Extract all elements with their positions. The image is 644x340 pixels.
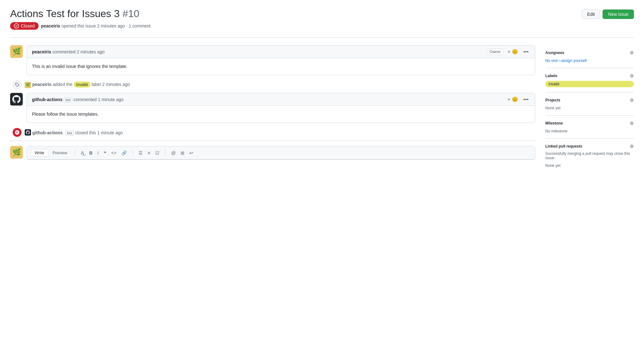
invalid-label-sidebar: invalid [545,81,634,87]
link-button[interactable]: 🔗 [120,150,129,156]
add-reaction-button-0[interactable]: + 😊 [506,48,519,55]
code-button[interactable]: <> [109,150,118,156]
bullet-list-button[interactable]: ☰ [137,150,145,156]
mention-button[interactable]: @ [169,150,177,156]
avatar-reply: 🌿 [10,146,23,159]
bold-button[interactable]: B [87,150,94,156]
activity-close-text: github-actions bot closed this 1 minute … [25,129,123,136]
assignees-gear-icon[interactable]: ⚙ [630,50,634,55]
label-icon [13,80,22,89]
more-options-button-0[interactable]: ••• [522,48,530,55]
projects-value: None yet [545,106,560,110]
sidebar-labels: Labels ⚙ invalid [545,68,634,93]
timeline: 🌿 peaceiris commented 2 minutes ago Owne… [10,45,535,160]
linked-prs-gear-icon[interactable]: ⚙ [630,144,634,149]
bot-badge-close: bot [65,131,74,136]
timeline-divider [10,141,535,141]
reply-toolbar: Write Preview A͟ B i ❝ <> 🔗 ☰ ≡ ☑ [27,146,535,160]
header-buttons: Edit New issue [582,9,634,19]
owner-badge: Owner [487,49,504,55]
issue-meta-text: peaceiris opened this issue 2 minutes ag… [41,23,151,28]
attach-button[interactable]: ↩ [188,150,195,156]
comment-author-1: github-actions bot commented 1 minute ag… [32,97,124,102]
comment-header-0: peaceiris commented 2 minutes ago Owner … [27,46,535,58]
comment-actions-1: + 😊 ••• [506,96,530,103]
activity-close: github-actions bot closed this 1 minute … [10,128,535,137]
sidebar-linked-prs: Linked pull requests ⚙ Successfully merg… [545,139,634,173]
italic-button[interactable]: i [96,150,100,156]
linked-prs-header: Linked pull requests ⚙ [545,144,634,149]
write-tab[interactable]: Write [31,149,48,157]
comment-item-1: github-actions bot commented 1 minute ag… [10,93,535,123]
bot-badge: bot [64,97,72,102]
mini-avatar-github-actions [25,129,31,136]
milestone-gear-icon[interactable]: ⚙ [630,121,634,126]
avatar-github-actions [10,93,23,106]
comment-actions-0: Owner + 😊 ••• [487,48,530,55]
numbered-list-button[interactable]: ≡ [146,150,152,156]
milestone-value: No milestone [545,129,567,133]
comment-header-1: github-actions bot commented 1 minute ag… [27,93,535,106]
format-text-button[interactable]: A͟ [79,150,86,156]
toolbar-separator-2 [133,150,133,156]
sidebar-milestone: Milestone ⚙ No milestone [545,116,634,139]
comment-author-0: peaceiris commented 2 minutes ago [32,49,105,54]
issue-meta: Closed peaceiris opened this issue 2 min… [10,22,634,30]
labels-gear-icon[interactable]: ⚙ [630,73,634,78]
avatar-peaceiris: 🌿 [10,45,23,58]
activity-label: 🌿 peaceiris added the invalid label 2 mi… [10,80,535,89]
sidebar-assignees: Assignees ⚙ No one—assign yourself [545,45,634,68]
toolbar-separator-3 [165,150,165,156]
comment-body-0: This is an invalid issue that ignores th… [27,58,535,75]
comment-item-0: 🌿 peaceiris commented 2 minutes ago Owne… [10,45,535,75]
main-layout: 🌿 peaceiris commented 2 minutes ago Owne… [10,45,634,173]
sidebar-projects: Projects ⚙ None yet [545,93,634,116]
status-badge: Closed [10,22,39,30]
invalid-label-badge: invalid [74,82,90,88]
assignees-header: Assignees ⚙ [545,50,634,55]
labels-header: Labels ⚙ [545,73,634,78]
quote-button[interactable]: ❝ [102,150,108,156]
sidebar: Assignees ⚙ No one—assign yourself Label… [545,45,634,173]
issue-title: Actions Test for Issues 3 #10 [10,8,139,20]
linked-prs-description: Successfully merging a pull request may … [545,151,634,160]
reply-box: 🌿 Write Preview A͟ B i ❝ <> 🔗 [10,146,535,160]
activity-label-text: 🌿 peaceiris added the invalid label 2 mi… [25,82,130,88]
main-content: 🌿 peaceiris commented 2 minutes ago Owne… [10,45,535,160]
mini-avatar-peaceiris: 🌿 [25,82,31,88]
projects-header: Projects ⚙ [545,98,634,103]
reply-tabs: Write Preview [31,149,71,157]
toolbar-separator [75,150,75,156]
comment-body-1: Please follow the issue templates. [27,106,535,123]
close-icon [13,128,22,137]
reply-editor: Write Preview A͟ B i ❝ <> 🔗 ☰ ≡ ☑ [27,146,535,160]
new-issue-button[interactable]: New issue [603,9,634,19]
assignees-value[interactable]: No one—assign yourself [545,58,587,63]
more-options-button-1[interactable]: ••• [522,96,530,103]
milestone-header: Milestone ⚙ [545,121,634,126]
add-reaction-button-1[interactable]: + 😊 [506,96,519,103]
task-list-button[interactable]: ☑ [153,150,161,156]
comment-box-0: peaceiris commented 2 minutes ago Owner … [27,45,535,75]
preview-tab[interactable]: Preview [48,149,71,157]
header-divider [10,37,634,38]
linked-prs-value: None yet [545,163,560,168]
comment-box-1: github-actions bot commented 1 minute ag… [27,93,535,123]
reference-button[interactable]: ⊞ [179,150,186,156]
projects-gear-icon[interactable]: ⚙ [630,98,634,103]
edit-button[interactable]: Edit [582,9,600,19]
